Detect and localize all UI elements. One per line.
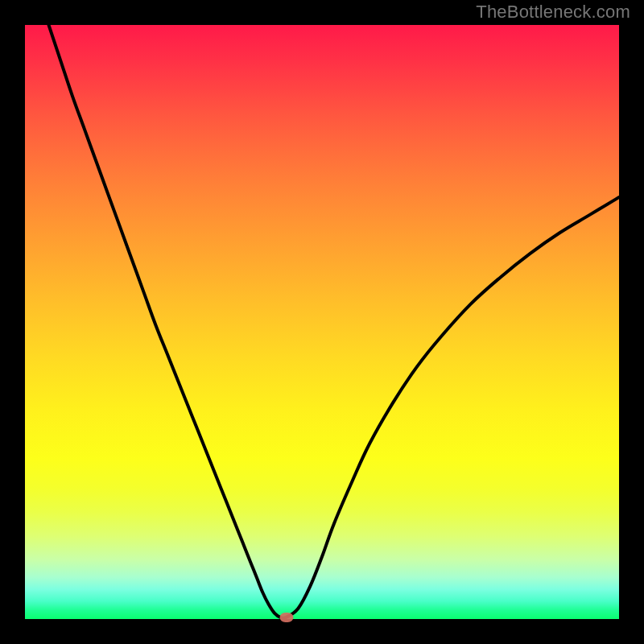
watermark-text: TheBottleneck.com	[476, 2, 630, 23]
optimal-point-marker	[279, 613, 293, 622]
bottleneck-curve-path	[49, 25, 619, 618]
outer-frame: TheBottleneck.com	[0, 0, 644, 644]
curve-svg	[25, 25, 619, 619]
plot-area	[25, 25, 619, 619]
